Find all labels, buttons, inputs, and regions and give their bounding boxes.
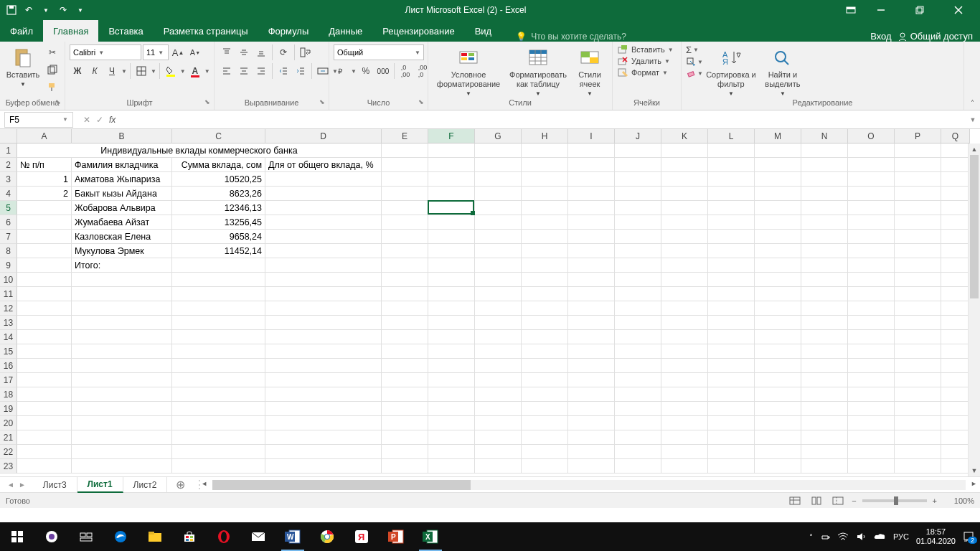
cell[interactable]: [522, 316, 568, 330]
tab-insert[interactable]: Вставка: [98, 20, 153, 42]
cell[interactable]: [382, 316, 428, 330]
cell[interactable]: [848, 330, 895, 344]
cell[interactable]: [382, 172, 428, 187]
cell[interactable]: [265, 416, 382, 430]
cell[interactable]: [755, 402, 801, 416]
cell[interactable]: [941, 244, 970, 258]
cell[interactable]: [72, 416, 172, 430]
cell[interactable]: [801, 459, 848, 474]
qat-customize-icon[interactable]: ▼: [75, 4, 86, 16]
cell[interactable]: [708, 416, 755, 430]
column-header[interactable]: H: [522, 129, 568, 143]
cell[interactable]: [708, 215, 755, 230]
cell[interactable]: [848, 273, 895, 287]
cell[interactable]: [801, 201, 848, 215]
cell[interactable]: [848, 402, 895, 416]
cell[interactable]: [568, 201, 615, 215]
cell[interactable]: [895, 430, 941, 445]
align-middle-button[interactable]: [236, 44, 252, 60]
cell[interactable]: [265, 201, 382, 215]
cell[interactable]: [17, 445, 72, 459]
row-header[interactable]: 9: [0, 258, 17, 273]
cell[interactable]: [801, 373, 848, 387]
column-header[interactable]: L: [708, 129, 755, 143]
cell[interactable]: [522, 244, 568, 258]
cell[interactable]: [755, 316, 801, 330]
cell[interactable]: [172, 301, 265, 316]
cell[interactable]: [755, 445, 801, 459]
task-view-button[interactable]: [69, 522, 103, 551]
cell[interactable]: [755, 244, 801, 258]
cell[interactable]: [941, 258, 970, 273]
increase-font-button[interactable]: A▲: [170, 44, 186, 60]
cell[interactable]: [265, 359, 382, 373]
cell[interactable]: [17, 287, 72, 301]
cell[interactable]: [941, 316, 970, 330]
cell[interactable]: [941, 359, 970, 373]
cell[interactable]: [895, 459, 941, 474]
cell[interactable]: [428, 402, 475, 416]
fill-button[interactable]: ▼: [686, 57, 703, 67]
scroll-up-icon[interactable]: ▲: [969, 143, 980, 155]
share-button[interactable]: Общий доступ: [897, 31, 973, 42]
cell[interactable]: [568, 158, 615, 172]
cell[interactable]: [661, 287, 708, 301]
cell[interactable]: [615, 344, 661, 359]
cell[interactable]: [17, 273, 72, 287]
cancel-formula-button[interactable]: ✕: [83, 115, 90, 125]
cell[interactable]: [475, 230, 522, 244]
cell[interactable]: [895, 330, 941, 344]
collapse-ribbon-button[interactable]: ˄: [964, 42, 980, 110]
sheet-nav-next[interactable]: ►: [19, 481, 26, 489]
insert-cells-button[interactable]: Вставить▼: [617, 44, 674, 55]
format-table-button[interactable]: Форматировать как таблицу▼: [507, 44, 569, 98]
fill-color-button[interactable]: [163, 63, 179, 79]
taskbar-circle-icon[interactable]: [34, 522, 69, 551]
row-header[interactable]: 8: [0, 244, 17, 258]
column-header[interactable]: G: [475, 129, 522, 143]
cell[interactable]: Акматова Жыпариза: [72, 172, 172, 187]
cell[interactable]: [265, 430, 382, 445]
row-header[interactable]: 3: [0, 172, 17, 187]
cell[interactable]: [801, 187, 848, 201]
cell[interactable]: [615, 143, 661, 158]
cell[interactable]: [428, 258, 475, 273]
cell[interactable]: [615, 201, 661, 215]
cell[interactable]: [428, 244, 475, 258]
cell[interactable]: [708, 445, 755, 459]
cell[interactable]: [848, 230, 895, 244]
cell[interactable]: [172, 316, 265, 330]
row-header[interactable]: 11: [0, 287, 17, 301]
cell[interactable]: [708, 301, 755, 316]
cell[interactable]: [475, 172, 522, 187]
cell[interactable]: [568, 258, 615, 273]
cell[interactable]: [522, 416, 568, 430]
dialog-launcher-icon[interactable]: ⬊: [53, 98, 63, 108]
lang-indicator[interactable]: РУС: [893, 532, 909, 541]
horizontal-scrollbar[interactable]: ◄ ►: [212, 480, 966, 490]
cell[interactable]: [895, 201, 941, 215]
cell[interactable]: [475, 359, 522, 373]
cell[interactable]: [895, 301, 941, 316]
start-button[interactable]: [0, 522, 34, 551]
cell[interactable]: [801, 416, 848, 430]
cell[interactable]: [428, 201, 475, 215]
font-color-button[interactable]: A: [187, 63, 203, 79]
cell[interactable]: [615, 172, 661, 187]
merge-button[interactable]: [315, 63, 331, 79]
cell[interactable]: [615, 187, 661, 201]
chevron-down-icon[interactable]: ▼: [151, 68, 156, 75]
tab-formulas[interactable]: Формулы: [258, 20, 319, 42]
cell[interactable]: [895, 387, 941, 402]
cell[interactable]: [848, 143, 895, 158]
sheet-tab[interactable]: Лист3: [33, 477, 77, 493]
cell[interactable]: [661, 143, 708, 158]
conditional-format-button[interactable]: Условное форматирование▼: [433, 44, 504, 98]
font-size-combo[interactable]: 11▼: [143, 44, 169, 60]
cell[interactable]: [522, 402, 568, 416]
scroll-thumb[interactable]: [970, 155, 979, 298]
cell[interactable]: [615, 230, 661, 244]
underline-button[interactable]: Ч: [104, 63, 120, 79]
edge-icon[interactable]: [103, 522, 138, 551]
cell[interactable]: [661, 402, 708, 416]
